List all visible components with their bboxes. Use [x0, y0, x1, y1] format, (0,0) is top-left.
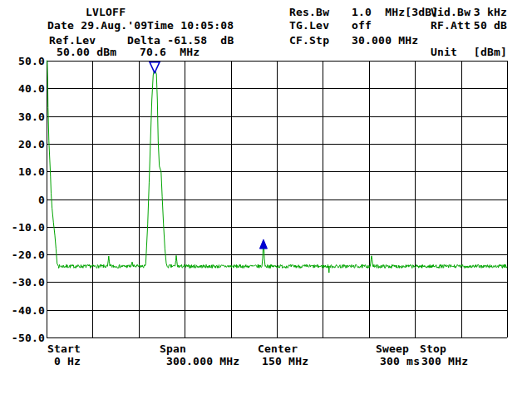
reference-marker: [150, 62, 160, 73]
spectrum-plot: [0, 0, 532, 399]
span-label: Span: [160, 344, 186, 353]
delta-marker: [259, 239, 267, 249]
stop-value: 300 MHz: [421, 357, 468, 366]
y-axis-tick-label: -20.0: [0, 250, 45, 259]
center-value: 150 MHz: [262, 357, 308, 366]
trace: [47, 61, 507, 273]
y-axis-tick-label: 50.0: [0, 57, 45, 66]
y-axis-tick-label: -30.0: [0, 278, 45, 287]
y-axis-tick-label: -40.0: [0, 306, 45, 315]
center-label: Center: [258, 344, 298, 353]
y-axis-tick-label: 0: [0, 195, 45, 204]
sweep-label: Sweep: [376, 344, 409, 353]
span-value: 300.000 MHz: [166, 357, 239, 366]
y-axis-tick-label: -50.0: [0, 333, 45, 342]
y-axis-tick-label: 10.0: [0, 167, 45, 176]
start-label: Start: [47, 344, 81, 353]
y-axis-tick-label: 30.0: [0, 112, 45, 121]
y-axis-tick-label: 20.0: [0, 140, 45, 149]
stop-label: Stop: [420, 344, 446, 353]
y-axis-tick-label: -10.0: [0, 223, 45, 232]
y-axis-tick-label: 40.0: [0, 84, 45, 93]
spectrum-analyzer-screen: LVLOFF Date 29.Aug.'09 Time 10:05:08 Ref…: [0, 0, 532, 399]
sweep-value: 300 ms: [380, 357, 420, 366]
start-value: 0 Hz: [54, 357, 81, 366]
